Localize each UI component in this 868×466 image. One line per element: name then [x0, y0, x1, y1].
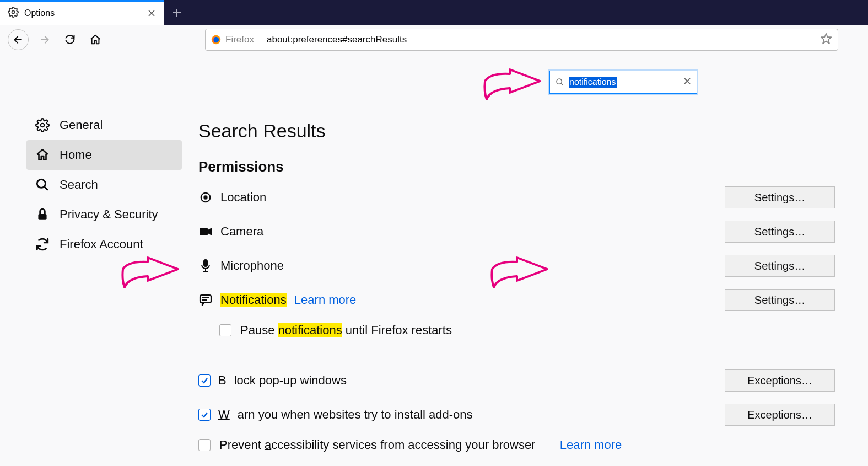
search-icon [35, 178, 50, 192]
svg-point-6 [557, 79, 562, 84]
svg-rect-10 [203, 259, 208, 267]
checkbox-label: Pause notifications until Firefox restar… [240, 323, 452, 338]
section-heading-permissions: Permissions [198, 158, 835, 175]
page-title: Search Results [198, 120, 835, 142]
location-icon [198, 191, 213, 203]
sidebar-item-privacy[interactable]: Privacy & Security [26, 200, 182, 229]
checkbox-label: Warn you when websites try to install ad… [218, 408, 473, 422]
sidebar-item-general[interactable]: General [26, 110, 182, 140]
sidebar-item-search[interactable]: Search [26, 170, 182, 200]
preferences-search-value: notifications [569, 77, 617, 88]
sidebar-item-label: General [60, 118, 103, 132]
url-path: about:preferences#searchResults [267, 34, 815, 45]
checkbox-warn-addons-row: Warn you when websites try to install ad… [198, 404, 835, 426]
firefox-icon [211, 35, 221, 45]
new-tab-button[interactable] [164, 0, 189, 25]
permission-label: Camera [220, 224, 263, 239]
checkbox-label: Prevent accessibility services from acce… [219, 438, 535, 452]
back-button[interactable] [8, 29, 29, 50]
permission-row-location: Location Settings… [198, 186, 835, 208]
sidebar-item-label: Firefox Account [60, 237, 143, 251]
microphone-icon [198, 259, 213, 273]
checkbox-block-popups-row: Block pop-up windows Exceptions… [198, 369, 835, 392]
svg-point-4 [37, 179, 45, 188]
permission-label: Notifications [220, 293, 287, 307]
close-tab-button[interactable] [147, 8, 157, 18]
svg-rect-11 [200, 295, 211, 303]
permission-label: Location [220, 190, 266, 205]
gear-icon [8, 7, 19, 20]
search-icon [556, 78, 564, 87]
learn-more-link[interactable]: Learn more [294, 293, 357, 307]
bookmark-star-icon[interactable] [820, 33, 832, 47]
annotation-pointer [489, 255, 550, 293]
identity-box[interactable]: Firefox [211, 34, 261, 45]
clear-search-button[interactable] [683, 77, 691, 87]
navigation-toolbar: Firefox about:preferences#searchResults [0, 25, 868, 55]
tab-bar: Options [0, 0, 868, 25]
svg-rect-9 [200, 228, 208, 235]
checkbox-icon [198, 439, 211, 451]
annotation-pointer [482, 67, 543, 105]
home-icon [35, 148, 50, 162]
exceptions-button-popups[interactable]: Exceptions… [725, 369, 835, 392]
forward-button[interactable] [35, 30, 54, 49]
svg-point-7 [203, 195, 207, 199]
sidebar-item-account[interactable]: Firefox Account [26, 229, 182, 259]
url-bar[interactable]: Firefox about:preferences#searchResults [205, 29, 838, 51]
gear-icon [35, 118, 50, 132]
permission-row-camera: Camera Settings… [198, 221, 835, 243]
reload-button[interactable] [61, 30, 79, 49]
tab-title: Options [24, 8, 141, 18]
checkbox-icon [219, 324, 231, 336]
camera-icon [198, 226, 213, 237]
checkbox-prevent-a11y[interactable]: Prevent accessibility services from acce… [198, 438, 835, 452]
sidebar-item-home[interactable]: Home [26, 140, 182, 170]
sync-icon [35, 237, 50, 251]
checkbox-label: Block pop-up windows [218, 373, 347, 388]
settings-button-camera[interactable]: Settings… [725, 221, 835, 243]
checkbox-warn-addons[interactable] [198, 409, 211, 421]
permission-label: Microphone [220, 259, 284, 273]
checkbox-block-popups[interactable] [198, 374, 211, 387]
checkbox-pause-notifications[interactable]: Pause notifications until Firefox restar… [219, 323, 835, 338]
lock-icon [35, 207, 50, 222]
preferences-main: notifications Search Results Permissions… [182, 55, 868, 466]
sidebar-item-label: Search [60, 178, 98, 192]
home-button[interactable] [86, 30, 105, 49]
notification-icon [198, 294, 213, 306]
settings-button-location[interactable]: Settings… [725, 186, 835, 208]
svg-point-3 [41, 124, 45, 127]
preferences-search[interactable]: notifications [549, 71, 697, 94]
url-host: Firefox [225, 34, 254, 45]
sidebar-item-label: Home [60, 148, 92, 162]
browser-tab-options[interactable]: Options [0, 0, 164, 25]
annotation-pointer [120, 255, 181, 293]
sidebar-item-label: Privacy & Security [60, 207, 158, 222]
settings-button-notifications[interactable]: Settings… [725, 289, 835, 311]
svg-point-0 [12, 11, 15, 14]
svg-rect-5 [38, 214, 46, 220]
settings-button-microphone[interactable]: Settings… [725, 255, 835, 277]
learn-more-link[interactable]: Learn more [560, 438, 622, 452]
exceptions-button-addons[interactable]: Exceptions… [725, 404, 835, 426]
